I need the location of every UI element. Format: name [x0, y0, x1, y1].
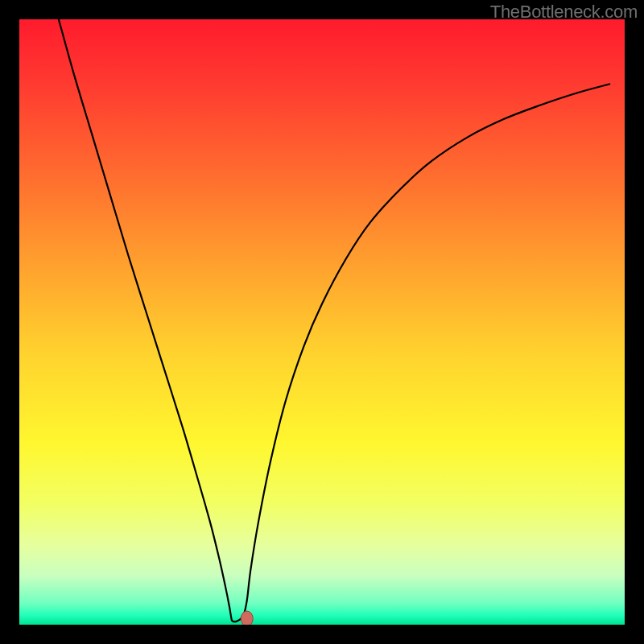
chart-background: [19, 19, 625, 625]
optimum-marker: [241, 611, 253, 626]
chart-container: TheBottleneck.com: [0, 0, 644, 644]
chart-frame: [625, 0, 644, 644]
watermark-text: TheBottleneck.com: [490, 2, 638, 23]
chart-svg: [0, 0, 644, 644]
chart-frame: [0, 0, 19, 644]
chart-frame: [0, 625, 644, 644]
